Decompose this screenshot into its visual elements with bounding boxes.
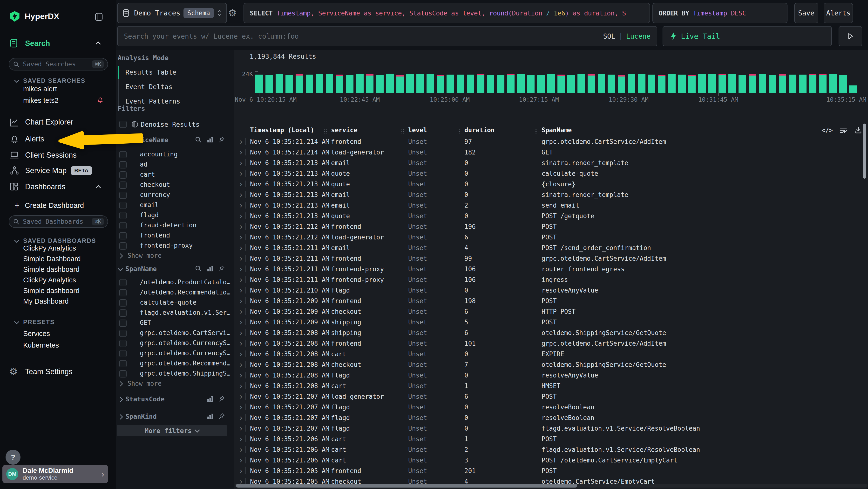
filter-option-label[interactable]: grpc.oteldemo.CartServi… <box>140 329 230 337</box>
expand-row-icon[interactable]: › <box>239 296 243 306</box>
chevron-down-icon[interactable] <box>14 78 19 83</box>
checkbox[interactable] <box>119 330 127 337</box>
histogram-bar[interactable] <box>809 74 816 93</box>
checkbox[interactable] <box>119 350 127 357</box>
histogram-bar[interactable] <box>266 75 273 93</box>
order-by-input[interactable]: ORDER BY Timestamp DESC <box>652 3 787 23</box>
histogram-bar[interactable] <box>427 74 434 93</box>
table-row[interactable]: ›Nov 6 10:35:21.213 AMquoteUnset0calcula… <box>234 168 868 179</box>
column-header-timestamp[interactable]: Timestamp (Local) <box>250 126 314 134</box>
preset-item[interactable]: Kubernetes <box>23 341 59 349</box>
table-row[interactable]: ›Nov 6 10:35:21.207 AMflagdUnset0flagd.e… <box>234 423 868 433</box>
preset-item[interactable]: Services <box>23 330 50 338</box>
filter-option-label[interactable]: cart <box>140 171 155 178</box>
histogram-bar[interactable] <box>336 75 343 93</box>
expand-row-icon[interactable]: › <box>239 466 243 476</box>
checkbox[interactable] <box>119 279 127 286</box>
table-row[interactable]: ›Nov 6 10:35:21.207 AMflagdUnset0resolve… <box>234 412 868 423</box>
histogram-bar[interactable] <box>708 74 716 93</box>
histogram-bar[interactable] <box>517 74 525 93</box>
pin-icon[interactable] <box>218 413 225 420</box>
saved-searches-input[interactable]: Saved Searches ⌘K <box>9 58 108 70</box>
table-row[interactable]: ›Nov 6 10:35:21.209 AMfrontendUnset198PO… <box>234 295 868 306</box>
table-row[interactable]: ›Nov 6 10:35:21.211 AMfrontendUnset99grp… <box>234 253 868 264</box>
sidebar-item-service-map[interactable]: Service Map <box>25 166 66 175</box>
histogram-bar[interactable] <box>739 75 746 93</box>
histogram-bar[interactable] <box>406 74 414 93</box>
checkbox[interactable] <box>119 232 127 239</box>
saved-dashboards-header[interactable]: SAVED DASHBOARDS <box>23 237 96 244</box>
checkbox[interactable] <box>119 222 127 229</box>
saved-dashboards-input[interactable]: Saved Dashboards ⌘K <box>9 215 108 228</box>
checkbox[interactable] <box>119 320 127 327</box>
sidebar-item-chart-explorer[interactable]: Chart Explorer <box>25 118 73 126</box>
column-header-span_name[interactable]: SpanName <box>541 126 572 134</box>
histogram-bar[interactable] <box>326 74 333 93</box>
expand-row-icon[interactable]: › <box>239 201 243 210</box>
dashboard-item[interactable]: Simple dashboard <box>23 265 80 274</box>
filter-option-label[interactable]: grpc.oteldemo.ShippingS… <box>140 370 230 377</box>
chevron-down-icon[interactable] <box>14 238 19 243</box>
chevron-up-icon[interactable] <box>96 41 101 47</box>
histogram-bar[interactable] <box>416 74 424 93</box>
histogram-bar[interactable] <box>648 75 655 93</box>
checkbox[interactable] <box>119 192 127 199</box>
mode-lucene[interactable]: Lucene <box>626 32 651 40</box>
histogram-bar[interactable] <box>668 74 676 93</box>
denoise-label[interactable]: Denoise Results <box>141 121 199 128</box>
filter-option-label[interactable]: grpc.oteldemo.CurrencyS… <box>140 349 230 357</box>
histogram-bar[interactable] <box>477 74 485 93</box>
histogram-bar[interactable] <box>598 74 605 93</box>
filter-option-label[interactable]: frontend <box>140 232 170 239</box>
expand-row-icon[interactable]: › <box>239 254 243 263</box>
dashboard-item[interactable]: Simple Dashboard <box>23 255 81 263</box>
checkbox[interactable] <box>119 151 127 158</box>
show-more-servicename[interactable]: Show more <box>119 252 161 259</box>
chevron-up-icon[interactable] <box>96 185 101 190</box>
settings-gear-icon[interactable]: ⚙ <box>228 7 237 18</box>
histogram-bar[interactable] <box>527 75 534 93</box>
filter-option-label[interactable]: ad <box>140 161 147 168</box>
column-header-duration[interactable]: duration <box>464 126 495 134</box>
save-button[interactable]: Save <box>794 3 818 23</box>
filter-option-label[interactable]: accounting <box>140 151 178 158</box>
histogram-bar[interactable] <box>688 75 695 93</box>
checkbox[interactable] <box>119 370 127 377</box>
table-row[interactable]: ›Nov 6 10:35:21.206 AMcartUnset1POST <box>234 433 868 444</box>
analysis-mode-option[interactable]: Results Table <box>125 68 176 76</box>
saved-search-item[interactable]: mikes tets2 <box>23 96 59 105</box>
histogram-bar[interactable] <box>678 75 686 93</box>
chevron-down-icon[interactable] <box>118 266 123 271</box>
table-row[interactable]: ›Nov 6 10:35:21.208 AMfrontendUnset101gr… <box>234 338 868 348</box>
checkbox[interactable] <box>119 181 127 189</box>
expand-row-icon[interactable]: › <box>239 360 243 369</box>
expand-row-icon[interactable]: › <box>239 403 243 412</box>
filter-option-label[interactable]: frontend-proxy <box>140 242 193 249</box>
expand-row-icon[interactable]: › <box>239 456 243 465</box>
column-drag-handle-icon[interactable] <box>401 130 402 130</box>
filter-group-spankind[interactable]: SpanKind <box>125 413 157 420</box>
chevron-right-icon[interactable] <box>118 397 123 402</box>
histogram-bar[interactable] <box>618 75 625 93</box>
histogram-bar[interactable] <box>296 74 303 93</box>
show-more-spanname[interactable]: Show more <box>119 380 161 387</box>
histogram-bar[interactable] <box>728 74 736 93</box>
table-row[interactable]: ›Nov 6 10:35:21.206 AMcartUnset2flagd.ev… <box>234 444 868 455</box>
histogram-bar[interactable] <box>779 74 786 93</box>
table-row[interactable]: ›Nov 6 10:35:21.213 AMemailUnset0sinatra… <box>234 189 868 200</box>
histogram-bar[interactable] <box>547 74 555 93</box>
dashboard-item[interactable]: ClickPy Analytics <box>23 244 76 252</box>
histogram-bar[interactable] <box>306 75 313 93</box>
histogram-bar[interactable] <box>799 75 807 93</box>
table-row[interactable]: ›Nov 6 10:35:21.211 AMfrontend-proxyUnse… <box>234 264 868 274</box>
expand-row-icon[interactable]: › <box>239 190 243 199</box>
expand-row-icon[interactable]: › <box>239 243 243 253</box>
checkbox[interactable] <box>119 289 127 296</box>
histogram-bar[interactable] <box>628 74 635 93</box>
histogram-bar[interactable] <box>276 74 283 93</box>
table-row[interactable]: ›Nov 6 10:35:21.206 AMcartUnset3POST /ot… <box>234 455 868 465</box>
histogram-bar[interactable] <box>557 75 565 93</box>
bar-chart-icon[interactable] <box>207 136 214 143</box>
analysis-mode-option[interactable]: Event Patterns <box>125 97 180 105</box>
expand-row-icon[interactable]: › <box>239 169 243 178</box>
